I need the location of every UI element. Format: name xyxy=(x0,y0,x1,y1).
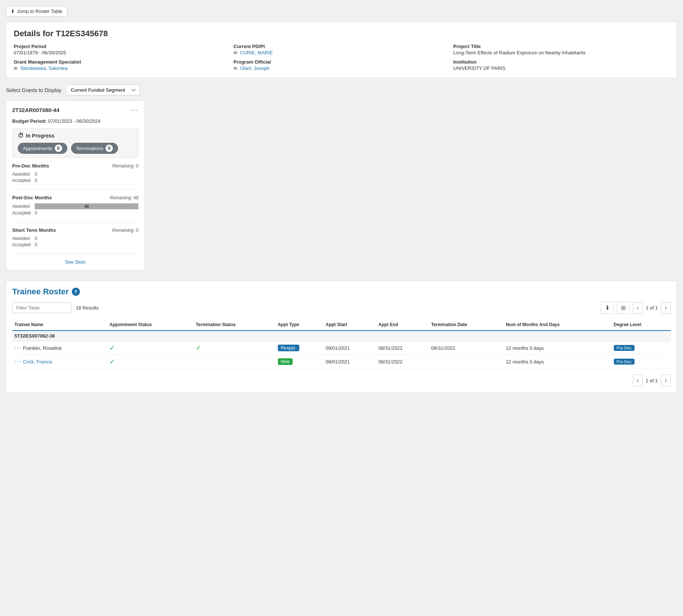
grant-card-header: 2T32AR007080-44 ··· xyxy=(12,106,138,114)
terminations-label: Terminations xyxy=(76,146,104,151)
table-row: ··· Franklin, Rosalind ✓ ✓ Reappt. 09/01… xyxy=(12,341,671,355)
po-link[interactable]: Ulam, Joseph xyxy=(240,65,269,71)
shortterm-section: Short Term Months Remaining: 0 Awarded 0… xyxy=(12,227,138,254)
details-grid: Project Period 07/01/1979 - 06/30/2025 G… xyxy=(14,44,669,71)
gms-link[interactable]: Sklodowska, Salomea xyxy=(20,65,68,71)
predoc-header: Pre-Doc Months Remaining: 0 xyxy=(12,163,138,169)
details-col-2: Current PD/PI ✉ CURIE, MARIE Program Off… xyxy=(233,44,450,71)
predoc-remaining: Remaining: 0 xyxy=(112,163,138,169)
bottom-prev-button[interactable]: ‹ xyxy=(633,375,643,386)
appt-start-crick: 09/01/2021 xyxy=(323,355,376,369)
gms-label: Grant Management Specialist xyxy=(14,59,230,65)
col-termination-date: Termination Date xyxy=(429,319,504,331)
in-progress-buttons: Appointments 0 Terminations 0 xyxy=(18,143,133,154)
next-page-button[interactable]: › xyxy=(661,302,671,314)
project-period-value: 07/01/1979 - 06/30/2025 xyxy=(14,50,230,55)
col-appt-type: Appt Type xyxy=(276,319,324,331)
row-menu-crick[interactable]: ··· xyxy=(14,358,21,365)
download-button[interactable]: ⬇ xyxy=(601,302,614,314)
appointments-count: 0 xyxy=(55,145,62,152)
predoc-awarded-value: 0 xyxy=(35,172,37,177)
degree-crick: Pre-Doc xyxy=(612,355,671,369)
appt-check-crick: ✓ xyxy=(110,358,115,365)
term-check-franklin: ✓ xyxy=(196,344,201,352)
table-row: ··· Crick, Francis ✓ New 09/01/2021 08/3… xyxy=(12,355,671,369)
degree-badge-franklin: Pre-Doc xyxy=(614,345,635,351)
roster-toolbar: 18 Results ⬇ ⊞ ‹ 1 of 1 › xyxy=(12,302,671,314)
appt-type-franklin: Reappt. xyxy=(276,341,324,355)
row-menu-franklin[interactable]: ··· xyxy=(14,345,21,351)
shortterm-remaining: Remaining: 0 xyxy=(112,228,138,233)
bottom-page-current: 1 xyxy=(646,378,648,383)
table-header: Trainee Name Appointment Status Terminat… xyxy=(12,319,671,331)
term-date-franklin: 08/31/2022 xyxy=(429,341,504,355)
bottom-next-button[interactable]: › xyxy=(661,375,671,386)
postdoc-awarded-label: Awarded xyxy=(12,204,33,209)
see-slots-link[interactable]: See Slots xyxy=(65,259,86,265)
appt-end-franklin: 08/31/2022 xyxy=(376,341,429,355)
budget-period: Budget Period: 07/01/2023 - 06/30/2024 xyxy=(12,118,138,124)
in-progress-header: ⏱ In Progress xyxy=(18,132,133,139)
grant-card: 2T32AR007080-44 ··· Budget Period: 07/01… xyxy=(6,101,145,270)
roster-title: Trainee Roster ? xyxy=(12,287,671,297)
email-icon: ✉ xyxy=(14,66,17,71)
shortterm-label: Short Term Months xyxy=(12,227,56,233)
col-appt-end: Appt End xyxy=(376,319,429,331)
postdoc-header: Post-Doc Months Remaining: 48 xyxy=(12,195,138,200)
pi-link[interactable]: CURIE, MARIE xyxy=(240,50,273,55)
postdoc-progress-bar: 48 xyxy=(35,203,138,209)
appt-type-crick: New xyxy=(276,355,324,369)
email-icon-pi: ✉ xyxy=(233,50,237,55)
select-grants-dropdown[interactable]: Current Funded Segment xyxy=(66,85,140,95)
appt-status-franklin: ✓ xyxy=(107,341,194,355)
details-title: Details for T12ES345678 xyxy=(14,29,669,38)
trainee-name-cell: ··· Franklin, Rosalind xyxy=(12,341,107,355)
col-num-months: Num of Months And Days xyxy=(504,319,611,331)
roster-toolbar-left: 18 Results xyxy=(12,302,98,313)
select-grants-label: Select Grants to Display xyxy=(6,87,61,93)
grant-menu-button[interactable]: ··· xyxy=(131,106,138,114)
awarded-label: Awarded xyxy=(12,172,33,177)
predoc-awarded-row: Awarded 0 xyxy=(12,172,138,177)
po-value: ✉ Ulam, Joseph xyxy=(233,65,450,71)
roster-table: Trainee Name Appointment Status Terminat… xyxy=(12,319,671,369)
shortterm-awarded-value: 0 xyxy=(35,236,37,241)
appointments-button[interactable]: Appointments 0 xyxy=(18,143,67,154)
jump-button-label: Jump to Roster Table xyxy=(17,9,63,14)
postdoc-bar-label: 48 xyxy=(84,204,89,209)
postdoc-section: Post-Doc Months Remaining: 48 Awarded 48… xyxy=(12,195,138,222)
term-date-crick xyxy=(429,355,504,369)
trainee-name-crick[interactable]: Crick, Francis xyxy=(23,359,52,365)
appt-end-crick: 08/31/2022 xyxy=(376,355,429,369)
in-progress-icon: ⏱ xyxy=(18,132,24,139)
appt-status-crick: ✓ xyxy=(107,355,194,369)
term-status-franklin: ✓ xyxy=(194,341,276,355)
trainee-name-cell-crick: ··· Crick, Francis xyxy=(12,355,107,369)
grid-view-button[interactable]: ⊞ xyxy=(617,302,630,314)
help-icon[interactable]: ? xyxy=(72,288,80,296)
degree-franklin: Pre-Doc xyxy=(612,341,671,355)
filter-input[interactable] xyxy=(12,302,71,313)
shortterm-accepted-label: Accepted xyxy=(12,242,33,247)
select-grants-row: Select Grants to Display Current Funded … xyxy=(6,85,677,95)
project-title-label: Project Title xyxy=(453,44,669,49)
pi-label: Current PD/PI xyxy=(233,44,450,49)
postdoc-awarded-row: Awarded 48 xyxy=(12,203,138,209)
bottom-pagination-of: 1 of 1 xyxy=(646,378,658,383)
budget-period-label: Budget Period: xyxy=(12,118,47,124)
details-card: Details for T12ES345678 Project Period 0… xyxy=(6,22,677,78)
roster-toolbar-right: ⬇ ⊞ ‹ 1 of 1 › xyxy=(601,302,671,314)
col-appointment-status: Appointment Status xyxy=(107,319,194,331)
bottom-pagination: ‹ 1 of 1 › xyxy=(12,375,671,386)
jump-to-roster-button[interactable]: ⬇ Jump to Roster Table xyxy=(6,6,67,17)
project-title-value: Long-Term Effects of Radium Exposure on … xyxy=(453,50,669,55)
term-status-crick xyxy=(194,355,276,369)
terminations-button[interactable]: Terminations 0 xyxy=(71,143,118,154)
col-trainee-name: Trainee Name xyxy=(12,319,107,331)
prev-page-button[interactable]: ‹ xyxy=(633,302,643,314)
see-slots: See Slots xyxy=(12,259,138,265)
results-count: 18 Results xyxy=(76,305,98,311)
institution-label: Institution xyxy=(453,59,669,65)
postdoc-remaining: Remaining: 48 xyxy=(110,195,138,200)
predoc-label: Pre-Doc Months xyxy=(12,163,49,169)
